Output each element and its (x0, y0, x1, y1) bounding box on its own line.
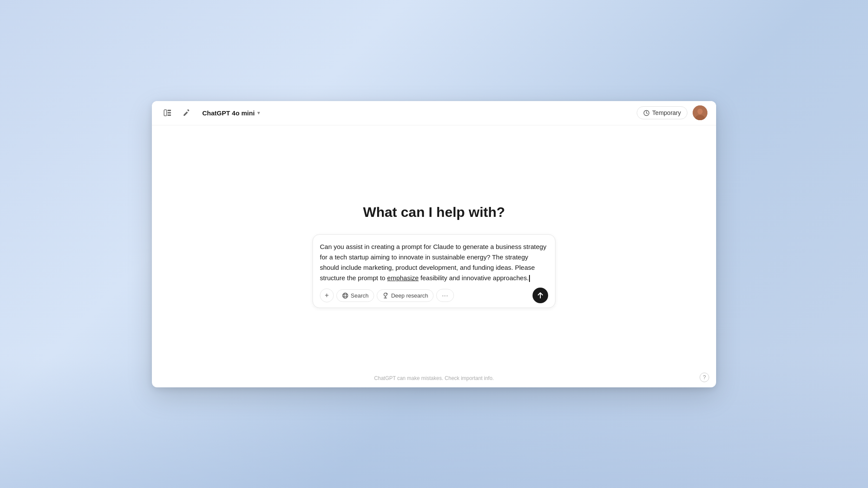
globe-icon (342, 292, 349, 299)
chat-toolbar: + Search (320, 288, 548, 303)
top-bar-right: Temporary (637, 105, 707, 120)
top-bar-left: ChatGPT 4o mini ▾ (161, 106, 263, 120)
disclaimer: ChatGPT can make mistakes. Check importa… (374, 375, 494, 381)
deep-research-button[interactable]: Deep research (377, 289, 434, 302)
search-button[interactable]: Search (336, 289, 374, 302)
help-button[interactable]: ? (700, 373, 709, 382)
model-selector-button[interactable]: ChatGPT 4o mini ▾ (199, 108, 263, 118)
new-chat-button[interactable] (180, 106, 194, 120)
plus-icon: + (325, 291, 329, 299)
help-icon: ? (703, 374, 706, 380)
send-icon (537, 292, 544, 299)
svg-rect-3 (168, 115, 171, 116)
chat-input-text[interactable]: Can you assist in creating a prompt for … (320, 242, 548, 283)
svg-point-6 (697, 109, 703, 115)
sidebar-toggle-button[interactable] (161, 106, 174, 120)
svg-rect-2 (168, 112, 171, 114)
browser-window: ChatGPT 4o mini ▾ Temporary (152, 101, 716, 387)
search-label: Search (351, 292, 368, 299)
sidebar-icon (164, 109, 171, 117)
chevron-down-icon: ▾ (257, 110, 260, 116)
svg-point-8 (343, 293, 348, 298)
svg-point-9 (344, 293, 347, 298)
main-heading: What can I help with? (363, 204, 505, 220)
toolbar-left: + Search (320, 288, 454, 302)
main-content: What can I help with? Can you assist in … (152, 125, 716, 387)
svg-point-12 (384, 293, 387, 296)
temporary-button[interactable]: Temporary (637, 106, 687, 119)
avatar[interactable] (693, 105, 707, 120)
clock-icon (643, 110, 650, 116)
edit-icon (183, 109, 191, 117)
send-button[interactable] (533, 288, 548, 303)
more-options-button[interactable]: ··· (436, 289, 454, 302)
svg-rect-1 (168, 110, 171, 111)
add-attachment-button[interactable]: + (320, 288, 334, 302)
svg-rect-0 (164, 110, 167, 116)
deep-research-label: Deep research (391, 292, 428, 299)
chat-input-container: Can you assist in creating a prompt for … (312, 234, 556, 308)
ellipsis-icon: ··· (442, 292, 448, 299)
microscope-icon (382, 292, 389, 299)
avatar-image (693, 105, 707, 120)
temporary-label: Temporary (652, 109, 681, 116)
top-bar: ChatGPT 4o mini ▾ Temporary (152, 101, 716, 125)
model-label: ChatGPT 4o mini (202, 109, 255, 117)
